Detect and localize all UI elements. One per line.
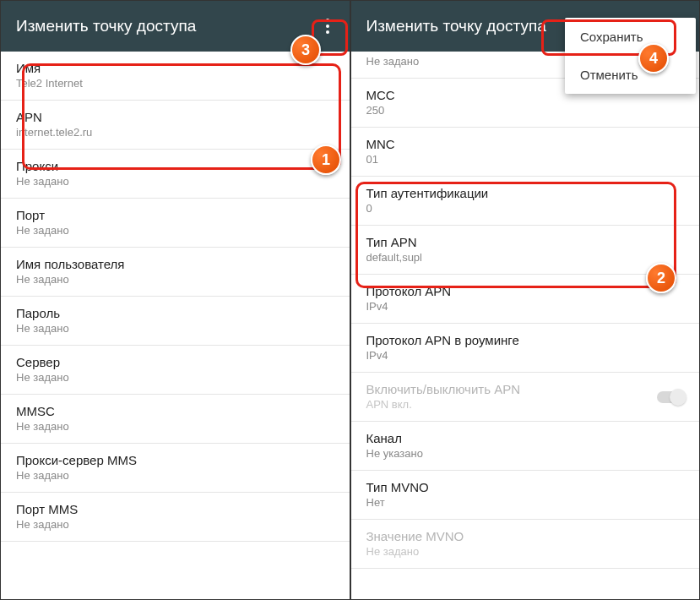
setting-item-password[interactable]: Пароль Не задано <box>1 297 350 346</box>
setting-item-bearer[interactable]: Канал Не указано <box>351 422 700 471</box>
screenshot-container: Изменить точку доступа Имя Tele2 Interne… <box>1 1 699 599</box>
setting-item-port[interactable]: Порт Не задано <box>1 199 350 248</box>
item-value: Не задано <box>16 224 334 237</box>
item-label: MNC <box>366 137 685 151</box>
setting-item-mmsc[interactable]: MMSC Не задано <box>1 395 350 444</box>
page-title: Изменить точку доступа <box>16 17 196 35</box>
item-label: Пароль <box>16 306 334 320</box>
item-value: IPv4 <box>366 300 685 313</box>
item-label: Значение MVNO <box>366 529 685 543</box>
item-label: Тип MVNO <box>366 480 685 494</box>
item-value: internet.tele2.ru <box>16 126 334 139</box>
item-label: MMSC <box>16 404 334 418</box>
item-label: Тип аутентификации <box>366 186 685 200</box>
item-value: 0 <box>366 202 685 215</box>
item-label: Тип APN <box>366 235 685 249</box>
annotation-badge-2: 2 <box>646 263 676 293</box>
page-title: Изменить точку доступа <box>366 17 546 35</box>
item-value: Не задано <box>16 469 334 482</box>
item-value: 01 <box>366 153 685 166</box>
setting-item-apn-type[interactable]: Тип APN default,supl <box>351 226 700 275</box>
setting-item-mms-proxy[interactable]: Прокси-сервер MMS Не задано <box>1 444 350 493</box>
item-label: Протокол APN <box>366 284 685 298</box>
item-value: 250 <box>366 104 685 117</box>
item-label: Канал <box>366 431 685 445</box>
item-label: Сервер <box>16 355 334 369</box>
setting-item-auth-type[interactable]: Тип аутентификации 0 <box>351 177 700 226</box>
settings-list: Имя Tele2 Internet APN internet.tele2.ru… <box>1 52 350 542</box>
item-value: Не задано <box>16 371 334 384</box>
setting-item-apn-enable: Включить/выключить APN APN вкл. <box>351 373 700 422</box>
item-value: Не задано <box>16 518 334 531</box>
settings-list: Не задано MCC 250 MNC 01 Тип аутентифика… <box>351 52 700 569</box>
item-label: Протокол APN в роуминге <box>366 333 685 347</box>
setting-item-mvno-type[interactable]: Тип MVNO Нет <box>351 471 700 520</box>
item-value: APN вкл. <box>366 398 685 411</box>
item-value: Не задано <box>16 273 334 286</box>
overflow-icon <box>326 19 329 34</box>
item-value: Tele2 Internet <box>16 77 334 90</box>
item-label: Имя пользователя <box>16 257 334 271</box>
annotation-badge-1: 1 <box>311 145 341 175</box>
setting-item-server[interactable]: Сервер Не задано <box>1 346 350 395</box>
item-label: Имя <box>16 61 334 75</box>
item-value: Нет <box>366 496 685 509</box>
annotation-badge-3: 3 <box>290 35 321 65</box>
item-value: Не задано <box>16 322 334 335</box>
item-label: Порт MMS <box>16 502 334 516</box>
item-value: Не задано <box>366 545 685 558</box>
item-value: IPv4 <box>366 349 685 362</box>
item-label: APN <box>16 110 334 124</box>
overflow-menu: Сохранить Отменить <box>565 18 696 94</box>
annotation-badge-4: 4 <box>638 43 669 74</box>
item-value: default,supl <box>366 251 685 264</box>
item-value: Не указано <box>366 447 685 460</box>
item-label: Прокси <box>16 159 334 173</box>
setting-item-mms-port[interactable]: Порт MMS Не задано <box>1 493 350 542</box>
setting-item-mnc[interactable]: MNC 01 <box>351 128 700 177</box>
setting-item-mvno-value: Значение MVNO Не задано <box>351 520 700 569</box>
menu-item-cancel[interactable]: Отменить <box>565 56 696 94</box>
menu-item-save[interactable]: Сохранить <box>565 18 696 56</box>
item-label: Прокси-сервер MMS <box>16 453 334 467</box>
setting-item-apn-roaming-protocol[interactable]: Протокол APN в роуминге IPv4 <box>351 324 700 373</box>
phone-screen-left: Изменить точку доступа Имя Tele2 Interne… <box>1 1 351 599</box>
setting-item-username[interactable]: Имя пользователя Не задано <box>1 248 350 297</box>
item-value: Не задано <box>16 420 334 433</box>
item-label: Порт <box>16 208 334 222</box>
phone-screen-right: Изменить точку доступа Не задано MCC 250… <box>351 1 700 599</box>
setting-item-apn[interactable]: APN internet.tele2.ru <box>1 101 350 150</box>
toggle-switch[interactable] <box>657 391 684 403</box>
item-label: Включить/выключить APN <box>366 382 685 396</box>
setting-item-proxy[interactable]: Прокси Не задано <box>1 150 350 199</box>
item-value: Не задано <box>16 175 334 188</box>
